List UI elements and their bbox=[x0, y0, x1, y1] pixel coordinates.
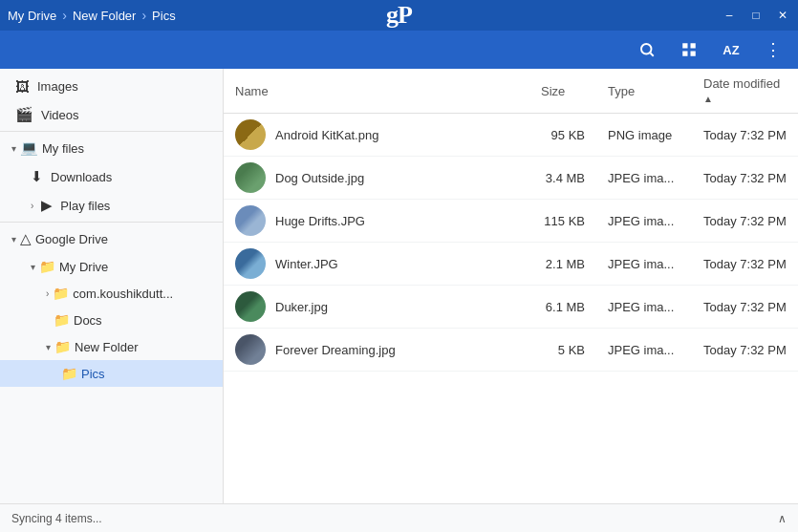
table-row[interactable]: Duker.jpg 6.1 MB JPEG ima... Today 7:32 … bbox=[224, 286, 798, 329]
file-thumb bbox=[235, 248, 266, 279]
file-size: 2.1 MB bbox=[529, 243, 596, 286]
sidebar-item-images[interactable]: 🖼 Images bbox=[0, 73, 223, 100]
svg-rect-2 bbox=[682, 43, 687, 48]
breadcrumb-newfolder: New Folder bbox=[73, 9, 136, 23]
file-date: Today 7:32 PM bbox=[692, 114, 798, 157]
close-button[interactable]: ✕ bbox=[775, 8, 790, 23]
maximize-button[interactable]: □ bbox=[748, 8, 764, 23]
titlebar: My Drive › New Folder › Pics gP – □ ✕ bbox=[0, 0, 798, 31]
file-name: Huge Drifts.JPG bbox=[275, 214, 365, 228]
file-size: 95 KB bbox=[529, 114, 596, 157]
playfiles-icon: ▶ bbox=[41, 197, 53, 214]
downloads-icon: ⬇ bbox=[31, 168, 43, 185]
sidebar-item-pics[interactable]: 📁 Pics bbox=[0, 360, 223, 387]
googledrive-chevron: ▾ bbox=[11, 234, 16, 245]
file-date: Today 7:32 PM bbox=[692, 243, 798, 286]
file-date: Today 7:32 PM bbox=[692, 329, 798, 372]
sidebar-label-playfiles: Play files bbox=[60, 199, 110, 213]
file-size: 115 KB bbox=[529, 200, 596, 243]
images-icon: 🖼 bbox=[15, 78, 30, 95]
app-logo: gP bbox=[386, 1, 412, 30]
sidebar-label-newfolder: New Folder bbox=[75, 340, 138, 354]
file-thumb bbox=[235, 205, 266, 236]
breadcrumb-sep1: › bbox=[62, 8, 67, 23]
sidebar-item-comkoushik[interactable]: › 📁 com.koushikdutt... bbox=[0, 280, 223, 307]
file-size: 3.4 MB bbox=[529, 157, 596, 200]
sidebar-item-docs[interactable]: 📁 Docs bbox=[0, 307, 223, 333]
table-row[interactable]: Winter.JPG 2.1 MB JPEG ima... Today 7:32… bbox=[224, 243, 798, 286]
file-size: 5 KB bbox=[529, 329, 596, 372]
chevron-up-icon[interactable]: ∧ bbox=[778, 512, 787, 525]
file-type: JPEG ima... bbox=[596, 157, 692, 200]
svg-rect-5 bbox=[691, 52, 696, 56]
videos-icon: 🎬 bbox=[15, 106, 33, 123]
table-row[interactable]: Huge Drifts.JPG 115 KB JPEG ima... Today… bbox=[224, 200, 798, 243]
file-name: Duker.jpg bbox=[275, 300, 328, 314]
table-row[interactable]: Dog Outside.jpg 3.4 MB JPEG ima... Today… bbox=[224, 157, 798, 200]
svg-line-1 bbox=[650, 53, 653, 55]
sidebar-item-videos[interactable]: 🎬 Videos bbox=[0, 100, 223, 129]
file-type: JPEG ima... bbox=[596, 243, 692, 286]
comkoushik-icon: 📁 bbox=[53, 286, 69, 301]
pics-icon: 📁 bbox=[61, 366, 77, 381]
sidebar-label-comkoushik: com.koushikdutt... bbox=[73, 287, 173, 301]
sidebar-item-newfolder[interactable]: ▾ 📁 New Folder bbox=[0, 333, 223, 360]
divider-1 bbox=[0, 131, 223, 132]
file-thumb bbox=[235, 119, 266, 150]
svg-point-0 bbox=[641, 44, 652, 54]
newfolder-chevron: ▾ bbox=[46, 342, 51, 352]
col-header-date[interactable]: Date modified ▲ bbox=[692, 69, 798, 114]
svg-rect-3 bbox=[691, 43, 696, 48]
sidebar-label-myfiles: My files bbox=[42, 141, 84, 156]
file-date: Today 7:32 PM bbox=[692, 200, 798, 243]
table-row[interactable]: Android KitKat.png 95 KB PNG image Today… bbox=[224, 114, 798, 157]
main-layout: 🖼 Images 🎬 Videos ▾ 💻 My files ⬇ Downloa… bbox=[0, 69, 798, 503]
more-vert-icon[interactable]: ⋮ bbox=[760, 36, 787, 63]
file-name: Android KitKat.png bbox=[275, 128, 378, 142]
sidebar-label-googledrive: Google Drive bbox=[35, 232, 108, 246]
sort-arrow-icon: ▲ bbox=[703, 94, 713, 104]
file-name: Winter.JPG bbox=[275, 257, 338, 271]
comkoushik-chevron: › bbox=[46, 288, 49, 299]
sync-status-text: Syncing 4 items... bbox=[11, 512, 102, 525]
googledrive-icon: △ bbox=[20, 230, 32, 247]
file-type: PNG image bbox=[596, 114, 692, 157]
mydrive-icon: 📁 bbox=[39, 259, 55, 274]
sidebar-label-images: Images bbox=[37, 79, 78, 94]
sort-az-icon[interactable]: AZ bbox=[718, 36, 744, 63]
date-label: Date modified bbox=[703, 76, 780, 91]
breadcrumb-mydrive: My Drive bbox=[8, 9, 56, 23]
sidebar-label-downloads: Downloads bbox=[51, 170, 112, 184]
breadcrumb: My Drive › New Folder › Pics bbox=[8, 8, 176, 23]
mydrive-chevron: ▾ bbox=[31, 262, 35, 272]
statusbar: Syncing 4 items... ∧ bbox=[0, 503, 798, 532]
sidebar-item-downloads[interactable]: ⬇ Downloads bbox=[0, 162, 223, 191]
col-header-type[interactable]: Type bbox=[596, 69, 692, 114]
file-date: Today 7:32 PM bbox=[692, 157, 798, 200]
sidebar-label-videos: Videos bbox=[41, 108, 79, 122]
sidebar-item-playfiles[interactable]: › ▶ Play files bbox=[0, 191, 223, 220]
search-icon[interactable] bbox=[634, 36, 660, 63]
sidebar-item-mydrive[interactable]: ▾ 📁 My Drive bbox=[0, 253, 223, 280]
minimize-button[interactable]: – bbox=[722, 8, 737, 23]
file-date: Today 7:32 PM bbox=[692, 286, 798, 329]
newfolder-icon: 📁 bbox=[54, 339, 71, 354]
divider-2 bbox=[0, 222, 223, 223]
file-thumb bbox=[235, 291, 266, 322]
myfiles-icon: 💻 bbox=[20, 139, 38, 157]
sidebar-label-mydrive: My Drive bbox=[59, 260, 108, 274]
file-table: Name Size Type Date modified ▲ Android K… bbox=[224, 69, 798, 372]
sidebar-label-docs: Docs bbox=[74, 313, 102, 328]
table-row[interactable]: Forever Dreaming.jpg 5 KB JPEG ima... To… bbox=[224, 329, 798, 372]
grid-icon[interactable] bbox=[676, 36, 702, 63]
file-name: Forever Dreaming.jpg bbox=[275, 343, 396, 357]
file-type: JPEG ima... bbox=[596, 200, 692, 243]
sidebar-item-myfiles[interactable]: ▾ 💻 My files bbox=[0, 134, 223, 162]
sidebar: 🖼 Images 🎬 Videos ▾ 💻 My files ⬇ Downloa… bbox=[0, 69, 224, 503]
sidebar-label-pics: Pics bbox=[81, 367, 105, 381]
window-controls: – □ ✕ bbox=[722, 8, 790, 23]
sidebar-item-googledrive[interactable]: ▾ △ Google Drive bbox=[0, 224, 223, 253]
col-header-name[interactable]: Name bbox=[224, 69, 529, 114]
col-header-size[interactable]: Size bbox=[529, 69, 596, 114]
playfiles-chevron: › bbox=[31, 201, 33, 211]
